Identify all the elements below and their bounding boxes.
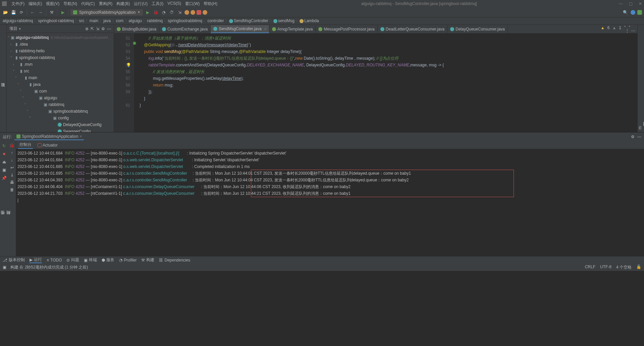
close-icon[interactable]: × bbox=[264, 27, 266, 31]
editor-tab-DelayQueueConsumer.java[interactable]: DelayQueueConsumer.java bbox=[447, 25, 508, 33]
run-tab[interactable]: ▶ 运行 bbox=[30, 257, 42, 263]
tree-rabbitmq[interactable]: ˅▣rabbitmq bbox=[7, 101, 114, 108]
actuator-tab[interactable]: Actuator bbox=[36, 142, 59, 148]
left-stripe-project[interactable]: 项目 bbox=[0, 25, 7, 132]
down-stack-icon[interactable]: ↓ bbox=[11, 158, 13, 163]
crumb-src[interactable]: src bbox=[79, 18, 84, 23]
dot1-icon[interactable] bbox=[184, 10, 189, 15]
readonly-lock-icon[interactable]: 🔓 bbox=[636, 265, 641, 270]
editor-tab-BindingBuilder.java[interactable]: BindingBuilder.java bbox=[114, 25, 159, 33]
menu-文件(F)[interactable]: 文件(F) bbox=[9, 1, 26, 7]
more-icon[interactable]: ⋯ bbox=[631, 28, 635, 33]
locate-icon[interactable]: ⊕ bbox=[85, 26, 89, 31]
code-editor[interactable]: 💡 51525354555657585961 // 开始发消息（基于插件的）：消… bbox=[114, 34, 637, 132]
back-icon[interactable]: ← bbox=[29, 9, 36, 16]
todo-tab[interactable]: ≡ TODO bbox=[47, 258, 62, 263]
left-stripe-lower[interactable]: 书签 结构 bbox=[0, 215, 7, 221]
collapse-icon[interactable]: ⇲ bbox=[96, 26, 99, 31]
tree-src[interactable]: ˅▮src bbox=[7, 68, 114, 74]
line-separator[interactable]: CRLF bbox=[585, 265, 595, 270]
build-tab[interactable]: ⚒ 构建 bbox=[141, 257, 154, 263]
pin-icon[interactable]: 📌 bbox=[1, 175, 7, 181]
crumb-sendMsg[interactable]: sendMsg bbox=[273, 18, 294, 23]
tree-mvn[interactable]: ›▮.mvn bbox=[7, 61, 114, 68]
settings-icon[interactable]: ⚙ bbox=[101, 26, 105, 31]
hide-icon[interactable]: — bbox=[107, 26, 111, 31]
dot3-icon[interactable] bbox=[203, 10, 207, 15]
maximize-icon[interactable]: ▢ bbox=[629, 1, 633, 6]
crumb-main[interactable]: main bbox=[90, 18, 98, 23]
crumb-controller[interactable]: controller bbox=[207, 18, 224, 23]
console-tab-bar[interactable]: 控制台 Actuator bbox=[16, 141, 644, 149]
problems-tab[interactable]: ⊘ 问题 bbox=[66, 257, 79, 263]
project-tree[interactable]: ˅▣atguigu-rabbitmqE:\WorkData\IdeaProjec… bbox=[7, 33, 114, 132]
editor-tab-MessagePostProcessor.java[interactable]: MessagePostProcessor.java bbox=[316, 25, 377, 33]
run-shortcut-icon[interactable]: ▶ bbox=[59, 9, 66, 16]
expand-icon[interactable]: ⇱ bbox=[91, 26, 94, 31]
run-config-selector[interactable]: SpringbootRabbitmqApplication ▼ bbox=[70, 9, 143, 15]
crumb-springbootrabbitmq[interactable]: springbootrabbitmq bbox=[168, 18, 202, 23]
services-tab[interactable]: ⬢ 服务 bbox=[102, 257, 114, 263]
menu-工具(I)[interactable]: 工具(I) bbox=[150, 1, 165, 7]
vcs-tab[interactable]: ⎇ 版本控制 bbox=[3, 257, 25, 263]
bottom-tool-tabs[interactable]: ⎇ 版本控制 ▶ 运行 ≡ TODO ⊘ 问题 ▣ 终端 ⬢ 服务 ◔ Prof… bbox=[0, 256, 644, 264]
editor-tab-AmqpTemplate.java[interactable]: AmqpTemplate.java bbox=[269, 25, 316, 33]
database-tab[interactable]: 数据库 bbox=[642, 30, 644, 129]
sync-icon[interactable]: ⟳ bbox=[18, 9, 25, 16]
up-stack-icon[interactable]: ↑ bbox=[11, 151, 13, 155]
crumb-springboot-rabbitmq[interactable]: springboot-rabbitmq bbox=[38, 18, 74, 23]
chevron-down-icon[interactable]: ▼ bbox=[18, 27, 21, 31]
menu-构建(B)[interactable]: 构建(B) bbox=[114, 1, 132, 7]
crumb-java[interactable]: java bbox=[103, 18, 111, 23]
crumb-atguigu[interactable]: atguigu bbox=[129, 18, 142, 23]
crumb-SendMsgController[interactable]: SendMsgController bbox=[229, 18, 268, 23]
search-everywhere-icon[interactable]: 🔍 bbox=[622, 9, 629, 16]
tree-idea[interactable]: ›▮.idea bbox=[7, 41, 114, 48]
tree-root[interactable]: ˅▣atguigu-rabbitmqE:\WorkData\IdeaProjec… bbox=[7, 34, 114, 41]
scroll-end-icon[interactable]: ⤓ bbox=[10, 173, 14, 177]
right-stripe[interactable]: m 数据库 bbox=[637, 25, 644, 132]
attach-icon[interactable]: ⇲ bbox=[176, 9, 183, 16]
intention-bulb-icon[interactable]: 💡 bbox=[126, 62, 131, 68]
dot2-icon[interactable] bbox=[191, 10, 195, 15]
editor-tab-CustomExchange.java[interactable]: CustomExchange.java bbox=[159, 25, 211, 33]
terminal-tab[interactable]: ▣ 终端 bbox=[84, 257, 97, 263]
window-controls[interactable]: — ▢ ✕ bbox=[619, 1, 642, 6]
print-icon[interactable]: 🖶 bbox=[10, 180, 14, 185]
coverage-icon[interactable]: ◔ bbox=[160, 9, 167, 16]
tree-sb[interactable]: ˅▮springboot-rabbitmq bbox=[7, 54, 114, 61]
tree-java[interactable]: ˅▮java bbox=[7, 81, 114, 88]
editor-tab-DeadLetterQueueConsumer.java[interactable]: DeadLetterQueueConsumer.java bbox=[378, 25, 447, 33]
console-output[interactable]: 2023-06-12 10:44:01.684 INFO 4252 --- [n… bbox=[16, 149, 644, 256]
tree-com[interactable]: ˅▣com bbox=[7, 88, 114, 95]
stop-icon[interactable] bbox=[197, 10, 201, 15]
tree-delayedcfg[interactable]: DelayedQueueConfig bbox=[7, 121, 114, 128]
menu-重构(R)[interactable]: 重构(R) bbox=[97, 1, 115, 7]
menu-代码(C)[interactable]: 代码(C) bbox=[79, 1, 97, 7]
clear-icon[interactable]: 🗑 bbox=[10, 187, 14, 192]
menu-VCS(S)[interactable]: VCS(S) bbox=[165, 1, 183, 7]
status-indicator-icon[interactable]: ▣ bbox=[3, 265, 6, 270]
stop-icon[interactable]: ■ bbox=[1, 151, 7, 157]
tree-swagger[interactable]: SwaggerConfig bbox=[7, 128, 114, 132]
close-tab-icon[interactable]: × bbox=[79, 134, 82, 139]
menu-编辑(E)[interactable]: 编辑(E) bbox=[26, 1, 44, 7]
build-icon[interactable]: ⚒ bbox=[48, 9, 55, 16]
crumb-rabbitmq[interactable]: rabbitmq bbox=[147, 18, 163, 23]
nav-breadcrumb[interactable]: atguigu-rabbitmq 〉springboot-rabbitmq 〉s… bbox=[0, 17, 644, 25]
run-gutter-icon[interactable] bbox=[133, 42, 136, 45]
minimize-icon[interactable]: — bbox=[619, 1, 623, 6]
indent-setting[interactable]: 4 个空格 bbox=[616, 265, 632, 270]
file-encoding[interactable]: UTF-8 bbox=[600, 265, 611, 270]
crumb-atguigu-rabbitmq[interactable]: atguigu-rabbitmq bbox=[3, 18, 33, 23]
run-config-tab[interactable]: SpringbootRabbitmqApplication × bbox=[14, 133, 84, 140]
close-icon[interactable]: ✕ bbox=[639, 1, 642, 6]
crumb-Lambda[interactable]: Lambda bbox=[300, 18, 319, 23]
main-menu[interactable]: 文件(F)编辑(E)视图(V)导航(N)代码(C)重构(R)构建(B)运行(U)… bbox=[9, 1, 219, 7]
ide-settings-icon[interactable] bbox=[637, 10, 642, 15]
exit-icon[interactable]: ⏏ bbox=[1, 159, 7, 165]
code-inspection-status[interactable]: ▲6 ▲1 ˄ ˅ bbox=[601, 25, 631, 30]
settings-icon[interactable]: ⚙ bbox=[631, 134, 635, 139]
maven-tab[interactable]: m bbox=[638, 30, 642, 129]
forward-icon[interactable]: → bbox=[37, 9, 44, 16]
